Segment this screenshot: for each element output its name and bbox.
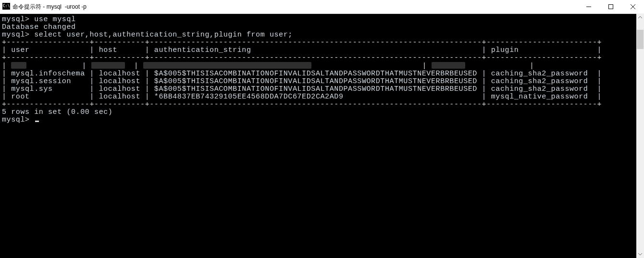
terminal-output[interactable]: mysql> use mysqlDatabase changedmysql> s… <box>0 14 636 258</box>
terminal-line: mysql> use mysql <box>2 16 635 24</box>
terminal-line: | mysql.session | localhost | $A$005$THI… <box>2 78 635 86</box>
cmd-icon-label: C:\ <box>3 4 10 8</box>
terminal-line: 5 rows in set (0.00 sec) <box>2 109 635 116</box>
vertical-scrollbar[interactable] <box>636 13 644 258</box>
svg-rect-1 <box>609 5 613 9</box>
terminal-line: | user | host | authentication_string | … <box>2 47 635 54</box>
scroll-down-button[interactable] <box>636 250 644 258</box>
redacted-value <box>143 62 311 69</box>
window-controls <box>578 0 644 13</box>
scroll-thumb[interactable] <box>637 30 644 49</box>
close-icon <box>631 4 635 9</box>
terminal-line: +------------------+-----------+--------… <box>2 54 635 62</box>
maximize-button[interactable] <box>600 0 622 13</box>
minimize-button[interactable] <box>578 0 600 13</box>
terminal-line: +------------------+-----------+--------… <box>2 101 635 109</box>
terminal-line: +------------------+-----------+--------… <box>2 39 635 47</box>
redacted-value <box>91 62 125 69</box>
terminal-line: Database changed <box>2 24 635 31</box>
maximize-icon <box>608 4 613 9</box>
redacted-value <box>11 62 26 69</box>
terminal-line: mysql> <box>2 116 635 124</box>
terminal-cursor <box>35 121 39 122</box>
terminal-line: mysql> select user,host,authentication_s… <box>2 31 635 39</box>
terminal-line: | | | | | <box>2 62 635 70</box>
scroll-track[interactable] <box>636 21 644 250</box>
chevron-up-icon <box>638 15 642 19</box>
chevron-down-icon <box>638 252 642 256</box>
terminal-line: | mysql.sys | localhost | $A$005$THISISA… <box>2 86 635 93</box>
scroll-up-button[interactable] <box>636 13 644 21</box>
window-titlebar: C:\ 命令提示符 - mysql -uroot -p <box>0 0 644 14</box>
cmd-icon: C:\ <box>2 3 10 10</box>
terminal-line: | mysql.infoschema | localhost | $A$005$… <box>2 70 635 78</box>
minimize-icon <box>586 4 591 9</box>
redacted-value <box>432 62 465 69</box>
close-button[interactable] <box>622 0 644 13</box>
terminal-line: | root | localhost | *6BB4837EB74329105E… <box>2 93 635 101</box>
window-title: 命令提示符 - mysql -uroot -p <box>12 3 87 11</box>
